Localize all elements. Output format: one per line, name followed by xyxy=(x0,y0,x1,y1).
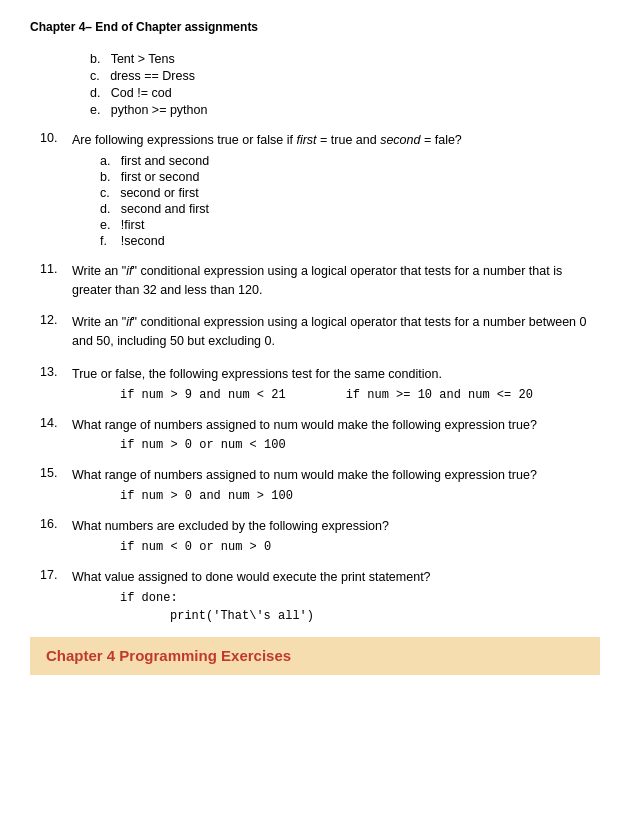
q-num: 15. xyxy=(40,466,72,485)
q-num: 14. xyxy=(40,416,72,435)
q-num: 13. xyxy=(40,365,72,384)
list-item: d. Cod != cod xyxy=(90,86,600,100)
q-text: Write an "if" conditional expression usi… xyxy=(72,313,600,351)
q-text: What value assigned to done would execut… xyxy=(72,568,431,587)
question-16: 16. What numbers are excluded by the fol… xyxy=(30,517,600,554)
q-num: 10. xyxy=(40,131,72,150)
chapter-header: Chapter 4– End of Chapter assignments xyxy=(30,20,600,34)
list-item: c. dress == Dress xyxy=(90,69,600,83)
q-text: What range of numbers assigned to num wo… xyxy=(72,416,537,435)
code-right: if num >= 10 and num <= 20 xyxy=(346,388,533,402)
code-line1: if done: xyxy=(120,591,600,605)
answer-option: f. !second xyxy=(100,234,600,248)
question-15: 15. What range of numbers assigned to nu… xyxy=(30,466,600,503)
intro-list: b. Tent > Tens c. dress == Dress d. Cod … xyxy=(90,52,600,117)
q-num: 11. xyxy=(40,262,72,300)
code-line2: print('That\'s all') xyxy=(170,609,600,623)
q-text: What numbers are excluded by the followi… xyxy=(72,517,389,536)
code-left: if num > 9 and num < 21 xyxy=(120,388,286,402)
q-num: 12. xyxy=(40,313,72,351)
chapter-footer-title: Chapter 4 Programming Exercises xyxy=(46,647,291,664)
question-11: 11. Write an "if" conditional expression… xyxy=(30,262,600,300)
q-num: 17. xyxy=(40,568,72,587)
answer-option: e. !first xyxy=(100,218,600,232)
code-block: if num > 0 or num < 100 xyxy=(120,438,600,452)
q-num: 16. xyxy=(40,517,72,536)
code-block: if num < 0 or num > 0 xyxy=(120,540,600,554)
q-text: Are following expressions true or false … xyxy=(72,131,462,150)
list-item: e. python >= python xyxy=(90,103,600,117)
list-item: b. Tent > Tens xyxy=(90,52,600,66)
answer-option: a. first and second xyxy=(100,154,600,168)
q-text: True or false, the following expressions… xyxy=(72,365,442,384)
answer-options: a. first and second b. first or second c… xyxy=(100,154,600,248)
question-14: 14. What range of numbers assigned to nu… xyxy=(30,416,600,453)
answer-option: b. first or second xyxy=(100,170,600,184)
code-block: if num > 0 and num > 100 xyxy=(120,489,600,503)
answer-option: d. second and first xyxy=(100,202,600,216)
question-12: 12. Write an "if" conditional expression… xyxy=(30,313,600,351)
chapter-footer: Chapter 4 Programming Exercises xyxy=(30,637,600,675)
double-code: if num > 9 and num < 21 if num >= 10 and… xyxy=(120,388,600,402)
answer-option: c. second or first xyxy=(100,186,600,200)
q-text: What range of numbers assigned to num wo… xyxy=(72,466,537,485)
question-17: 17. What value assigned to done would ex… xyxy=(30,568,600,623)
question-13: 13. True or false, the following express… xyxy=(30,365,600,402)
question-10: 10. Are following expressions true or fa… xyxy=(30,131,600,248)
q-text: Write an "if" conditional expression usi… xyxy=(72,262,600,300)
